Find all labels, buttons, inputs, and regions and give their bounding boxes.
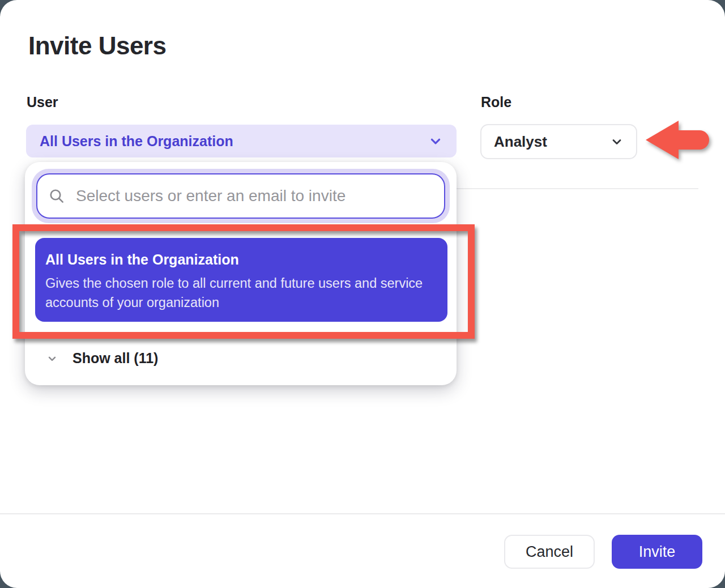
invite-users-modal: Invite Users User Role All Users in the … [0, 0, 725, 588]
search-input[interactable] [75, 186, 434, 206]
option-title: All Users in the Organization [45, 252, 437, 268]
user-select[interactable]: All Users in the Organization [26, 125, 457, 157]
search-field[interactable] [36, 173, 445, 219]
role-select-value: Analyst [494, 133, 547, 151]
search-field-focus-ring [32, 169, 450, 223]
cancel-button[interactable]: Cancel [504, 535, 595, 569]
user-select-value: All Users in the Organization [40, 133, 233, 150]
option-description: Gives the chosen role to all current and… [45, 274, 434, 312]
option-all-users-in-organization[interactable]: All Users in the Organization Gives the … [35, 238, 447, 322]
show-all-label: Show all (11) [72, 350, 158, 367]
chevron-down-icon [46, 353, 58, 364]
user-field-label: User [27, 94, 58, 110]
annotation-arrow-icon [642, 117, 711, 164]
footer-divider [0, 513, 725, 514]
page-title: Invite Users [28, 32, 166, 60]
role-select[interactable]: Analyst [480, 124, 637, 159]
invite-button[interactable]: Invite [612, 535, 702, 569]
chevron-down-icon [428, 134, 443, 148]
user-dropdown-panel: All Users in the Organization Gives the … [25, 162, 457, 385]
chevron-down-icon [610, 135, 624, 148]
role-field-label: Role [481, 94, 511, 110]
show-all-toggle[interactable]: Show all (11) [46, 350, 158, 367]
search-icon [48, 187, 66, 205]
